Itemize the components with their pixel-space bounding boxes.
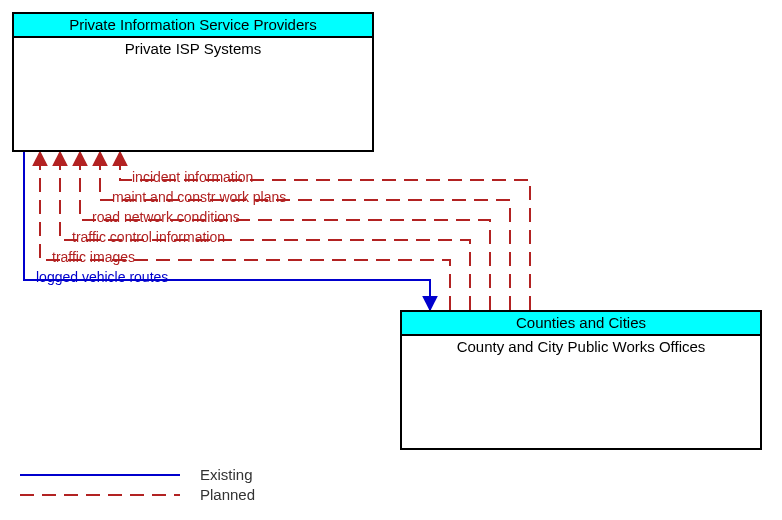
entity-private-isp-title: Private Information Service Providers: [14, 14, 372, 38]
entity-private-isp-body: Private ISP Systems: [14, 38, 372, 59]
flow-label-maint-and-constr-work-plans: maint and constr work plans: [112, 189, 286, 205]
entity-public-works-title: Counties and Cities: [402, 312, 760, 336]
legend-existing-label: Existing: [200, 466, 253, 483]
flow-label-traffic-images: traffic images: [52, 249, 135, 265]
flow-label-incident-information: incident information: [132, 169, 253, 185]
legend-planned-label: Planned: [200, 486, 255, 503]
diagram-stage: Private Information Service Providers Pr…: [0, 0, 782, 520]
flow-label-traffic-control-information: traffic control information: [72, 229, 225, 245]
flow-label-logged-vehicle-routes: logged vehicle routes: [36, 269, 168, 285]
entity-public-works-body: County and City Public Works Offices: [402, 336, 760, 357]
flow-label-road-network-conditions: road network conditions: [92, 209, 240, 225]
entity-public-works[interactable]: Counties and Cities County and City Publ…: [400, 310, 762, 450]
entity-private-isp[interactable]: Private Information Service Providers Pr…: [12, 12, 374, 152]
